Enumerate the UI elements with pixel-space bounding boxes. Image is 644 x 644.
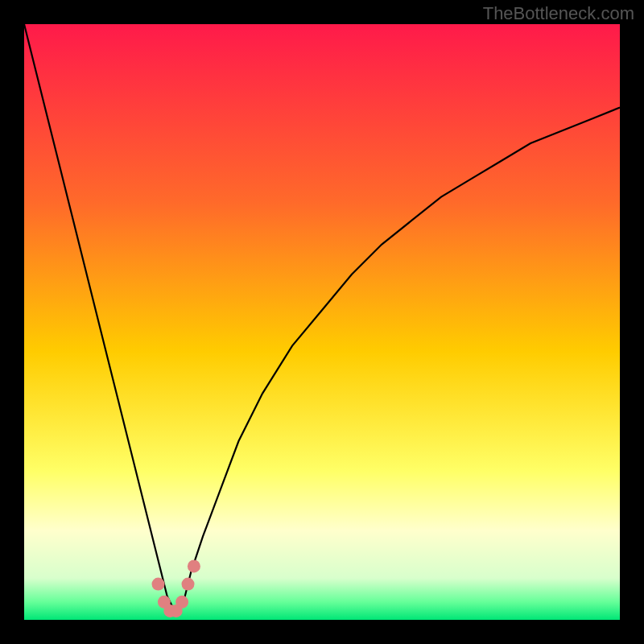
highlight-marker (182, 578, 195, 591)
plot-area (24, 24, 620, 620)
highlight-markers (152, 559, 200, 617)
highlight-marker (152, 578, 165, 591)
watermark: TheBottleneck.com (483, 3, 634, 24)
highlight-marker (175, 596, 188, 609)
curve-layer (24, 24, 620, 620)
highlight-marker (188, 559, 200, 572)
chart-frame: TheBottleneck.com (0, 0, 644, 644)
bottleneck-curve (24, 24, 620, 608)
